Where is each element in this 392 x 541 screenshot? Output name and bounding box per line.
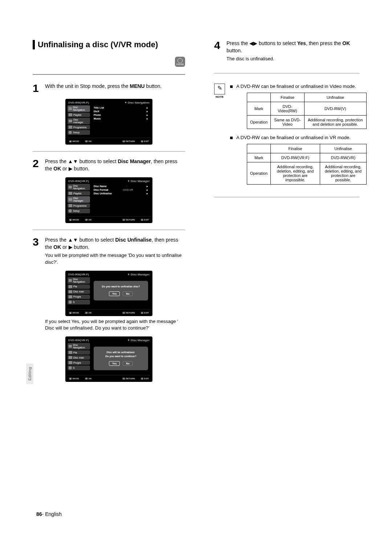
yes-button[interactable]: Yes [109,291,120,296]
divider [33,230,185,230]
step-4: 4 Press the ◀▶ buttons to select Yes, th… [214,40,359,62]
confirm-dialog-2: Disc will be unfinalised. Do you want to… [94,347,148,370]
note-bullet: A DVD-RW can be finalised or unfinalised… [230,84,367,89]
step-3-followup: If you select Yes, you will be prompted … [45,318,185,331]
note-bullet: A DVD-RW can be finalised or unfinalised… [230,135,367,140]
section-tab: Editing [26,363,33,384]
yes-button[interactable]: Yes [109,361,120,366]
dvd-rw-badge: DVD-RW [175,57,185,67]
right-column: 4 Press the ◀▶ buttons to select Yes, th… [214,40,359,383]
osd-screenshot-4: DVD-RW(VR:F)✦ Disc Manager Disc Navigati… [65,336,152,382]
osd-screenshot-3: DVD-RW(VR:F)✦ Disc Manager Disc Navigati… [65,271,152,316]
step-text: With the unit in Stop mode, press the ME… [45,83,185,90]
confirm-dialog: Do you want to unfinalise disc? Yes No [94,281,148,300]
side-nav: Disc Navigation [68,105,90,112]
osd-screenshot-1: DVD-RW(VR:F)✦ Disc Navigation Disc Navig… [65,99,152,145]
left-column: Unfinalising a disc (V/VR mode) DVD-RW 1… [33,40,185,383]
note-icon [214,84,225,94]
vr-mode-table: Finalise Unfinalise Mark DVD-RW(VR:F) DV… [247,144,367,185]
osd-screenshot-2: DVD-RW(VR:F)✦ Disc Manager Disc Navigati… [65,177,152,223]
divider [214,197,359,197]
step-3: 3 Press the ▲▼ button to select Disc Unf… [33,237,185,266]
no-button[interactable]: No [123,361,132,366]
section-title: Unfinalising a disc (V/VR mode) [33,40,185,49]
step-2: 2 Press the ▲▼ buttons to select Disc Ma… [33,158,185,172]
note-block: NOTE A DVD-RW can be finalised or unfina… [214,84,359,190]
video-mode-table: Finalise Unfinalise Mark DVD-Video(RW) D… [247,93,367,129]
divider [33,151,185,152]
step-1: 1 With the unit in Stop mode, press the … [33,83,185,94]
step-number: 1 [33,83,41,94]
no-button[interactable]: No [123,291,132,296]
divider [33,74,185,75]
divider [214,73,359,73]
page-footer: 86- English [36,511,62,517]
